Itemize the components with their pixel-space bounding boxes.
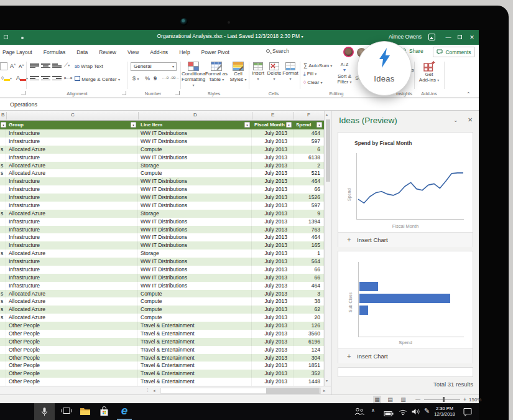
horizontal-scroll-thumb[interactable]: [266, 388, 320, 394]
scroll-right-icon[interactable]: ▸: [323, 388, 326, 393]
ideas-button[interactable]: Ideas: [357, 41, 412, 96]
show-hidden-icons-chevron[interactable]: ∧: [371, 408, 375, 413]
table-row[interactable]: Other PeopleTravel & EntertainmentJuly 2…: [0, 338, 324, 346]
table-row[interactable]: sAllocated AzureStorageJuly 20131: [0, 250, 324, 258]
restore-button[interactable]: [454, 32, 465, 42]
zoom-out-icon[interactable]: —: [415, 396, 420, 402]
cell-styles-button[interactable]: CellStyles ▾: [228, 62, 249, 83]
autosum-button[interactable]: ∑ AutoSum ▾: [303, 62, 332, 68]
table-row[interactable]: InfrastructureWW IT DistributionsJuly 20…: [0, 258, 324, 266]
filter-button[interactable]: ▾: [286, 122, 292, 128]
zoom-slider-thumb[interactable]: [443, 397, 445, 402]
filter-button[interactable]: ▾: [317, 122, 322, 128]
table-row[interactable]: InfrastructureWW IT DistributionsJuly 20…: [0, 185, 324, 194]
filter-button[interactable]: ▾: [1, 122, 6, 128]
table-row[interactable]: InfrastructureWW IT DistributionsJuly 20…: [0, 202, 324, 210]
page-layout-view-icon[interactable]: ▤: [386, 396, 394, 403]
table-row[interactable]: sAllocated AzureComputeJuly 201320: [0, 314, 324, 322]
battery-icon[interactable]: [384, 408, 394, 419]
insert-chart-button[interactable]: + Insert Chart: [338, 232, 473, 247]
file-explorer-button[interactable]: [80, 406, 91, 418]
pane-splitter[interactable]: ⋮: [146, 388, 150, 393]
number-dialog-launcher[interactable]: [175, 91, 180, 95]
table-row[interactable]: Other PeopleTravel & EntertainmentJuly 2…: [0, 346, 324, 354]
ribbon-tab-view[interactable]: View: [127, 49, 139, 55]
table-row[interactable]: sAllocated AzureComputeJuly 20136: [0, 146, 324, 154]
align-right-button[interactable]: [52, 75, 62, 83]
increase-decimal-button[interactable]: ←.0: [162, 76, 169, 80]
windows-ink-pen-icon[interactable]: ✎: [424, 407, 430, 415]
column-header-f[interactable]: F: [307, 112, 310, 118]
table-row[interactable]: sAllocated AzureStorageJuly 20139: [0, 210, 324, 218]
grow-font-button[interactable]: A˄: [10, 63, 16, 69]
table-row[interactable]: InfrastructureWW IT DistributionsJuly 20…: [0, 282, 324, 290]
font-size-box[interactable]: [0, 62, 7, 72]
filter-button[interactable]: ▾: [131, 122, 136, 128]
ribbon-tab-review[interactable]: Review: [99, 49, 116, 55]
format-cells-button[interactable]: Format▾: [282, 62, 299, 82]
format-as-table-button[interactable]: Format asTable ▾: [205, 62, 228, 83]
ribbon-tab-page-layout[interactable]: Page Layout: [2, 49, 32, 55]
table-row[interactable]: InfrastructureWW IT DistributionsJuly 20…: [0, 154, 324, 162]
filter-button[interactable]: ▾: [244, 122, 250, 128]
fill-button[interactable]: ⤓ Fill ▾: [303, 71, 317, 77]
font-dialog-launcher[interactable]: [21, 91, 25, 95]
search-box[interactable]: Search: [266, 48, 289, 54]
vertical-scrollbar[interactable]: ▴ ▾: [324, 111, 331, 386]
ribbon-tab-help[interactable]: Help: [179, 49, 190, 55]
alignment-dialog-launcher[interactable]: [122, 91, 126, 95]
table-row[interactable]: InfrastructureWW IT DistributionsJuly 20…: [0, 194, 324, 202]
table-row[interactable]: Other PeopleTravel & EntertainmentJuly 2…: [0, 378, 324, 386]
panel-options-icon[interactable]: ⌄: [453, 117, 458, 123]
edge-browser-button[interactable]: e: [117, 404, 132, 418]
comma-style-button[interactable]: 9: [154, 75, 157, 82]
insert-chart-button[interactable]: + Insert Chart: [338, 348, 473, 363]
font-color-button[interactable]: A▾: [16, 75, 28, 81]
align-top-button[interactable]: [30, 63, 39, 70]
column-header-b[interactable]: B: [1, 112, 4, 118]
formula-bar[interactable]: Operations: [0, 100, 479, 111]
zoom-level[interactable]: 150%: [469, 397, 481, 403]
horizontal-scrollbar[interactable]: ⋮ ◂ ▸: [0, 386, 331, 394]
align-bottom-button[interactable]: [52, 63, 62, 70]
collapse-ribbon-button[interactable]: ⌃: [466, 91, 471, 97]
get-addins-button[interactable]: GetAdd-ins ▾: [418, 60, 440, 83]
microphone-button[interactable]: [34, 403, 55, 420]
action-center-button[interactable]: [463, 407, 473, 419]
table-row[interactable]: Other PeopleTravel & EntertainmentJuly 2…: [0, 354, 324, 362]
delete-cells-button[interactable]: Delete▾: [266, 62, 282, 82]
vertical-scroll-thumb[interactable]: [326, 119, 330, 182]
table-row[interactable]: Other PeopleTravel & EntertainmentJuly 2…: [0, 362, 324, 370]
orientation-button[interactable]: ⟋▾: [64, 62, 70, 68]
scroll-left-icon[interactable]: ◂: [153, 388, 155, 393]
page-break-view-icon[interactable]: ▥: [399, 396, 407, 403]
zoom-slider-track[interactable]: [424, 399, 460, 400]
shrink-font-button[interactable]: A˅: [19, 63, 24, 69]
table-row[interactable]: InfrastructureWW IT DistributionsJuly 20…: [0, 266, 324, 274]
quick-access-save-icon[interactable]: [4, 35, 8, 39]
scroll-up-icon[interactable]: ▴: [326, 112, 328, 116]
clear-button[interactable]: ◊ Clear ▾: [303, 80, 323, 85]
people-button[interactable]: [354, 407, 364, 419]
table-row[interactable]: InfrastructureWW IT DistributionsJuly 20…: [0, 274, 324, 282]
sort-filter-button[interactable]: A↓Z▼ Sort &Filter ▾: [336, 62, 353, 85]
number-format-select[interactable]: General: [131, 62, 177, 71]
decrease-decimal-button[interactable]: .00→: [170, 76, 179, 80]
column-header-d[interactable]: D: [193, 112, 197, 118]
table-row[interactable]: sAllocated AzureComputeJuly 2013521: [0, 169, 324, 177]
table-row[interactable]: sAllocated AzureStorageJuly 20132: [0, 162, 324, 170]
merge-center-button[interactable]: Merge & Center ▾: [75, 76, 120, 82]
task-view-button[interactable]: [61, 406, 72, 418]
table-row[interactable]: InfrastructureWW IT DistributionsJuly 20…: [0, 138, 324, 146]
table-row[interactable]: InfrastructureWW IT DistributionsJuly 20…: [0, 218, 324, 226]
table-row[interactable]: sAllocated AzureComputeJuly 201362: [0, 306, 324, 314]
table-row[interactable]: sAllocated AzureComputeJuly 201338: [0, 297, 324, 306]
insert-cells-button[interactable]: Insert▾: [250, 62, 266, 82]
close-button[interactable]: ✕: [466, 32, 478, 42]
ribbon-tab-power-pivot[interactable]: Power Pivot: [201, 49, 229, 55]
table-row[interactable]: InfrastructureWW IT DistributionsJuly 20…: [0, 129, 324, 138]
panel-close-icon[interactable]: ✕: [468, 116, 473, 123]
signed-in-user[interactable]: Aimee Owens: [389, 34, 422, 40]
align-left-button[interactable]: [30, 75, 39, 83]
percent-style-button[interactable]: %: [145, 75, 150, 82]
